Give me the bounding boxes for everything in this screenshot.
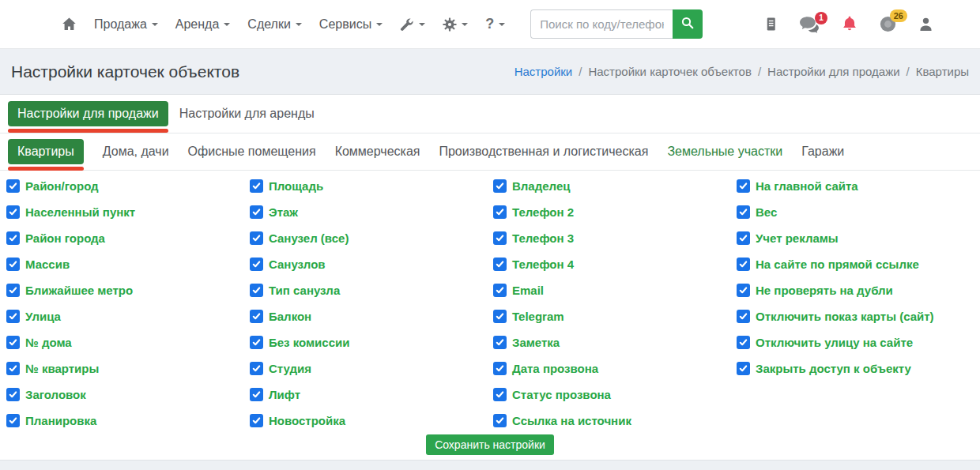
field-toggle[interactable]: Площадь [250,173,493,199]
field-toggle[interactable]: Отключить улицу на сайте [737,329,980,355]
checkbox-checked-icon[interactable] [250,414,263,427]
journal-icon[interactable] [763,16,778,32]
checkbox-checked-icon[interactable] [493,310,507,323]
checkbox-checked-icon[interactable] [6,362,20,375]
checkbox-checked-icon[interactable] [493,231,507,245]
checkbox-checked-icon[interactable] [250,284,263,297]
field-toggle[interactable]: Без комиссии [250,329,493,355]
field-toggle[interactable]: Район города [6,225,250,251]
tab-secondary-2[interactable]: Офисные помещения [188,145,316,159]
checkbox-checked-icon[interactable] [250,362,263,375]
checkbox-checked-icon[interactable] [250,336,263,349]
tab-primary-1[interactable]: Настройки для аренды [179,107,315,121]
field-toggle[interactable]: Санузел (все) [250,225,493,251]
checkbox-checked-icon[interactable] [6,310,20,323]
field-toggle[interactable]: Учет рекламы [737,225,980,251]
checkbox-checked-icon[interactable] [737,310,750,323]
checkbox-checked-icon[interactable] [6,205,20,219]
field-toggle[interactable]: Не проверять на дубли [737,277,980,303]
checkbox-checked-icon[interactable] [737,258,750,271]
checkbox-checked-icon[interactable] [493,388,507,401]
checkbox-checked-icon[interactable] [737,179,750,193]
checkbox-checked-icon[interactable] [6,231,20,245]
checkbox-checked-icon[interactable] [250,205,263,219]
field-toggle[interactable]: Статус прозвона [493,382,737,408]
field-toggle[interactable]: Массив [6,251,250,277]
bell-icon[interactable] [841,15,858,34]
home-icon[interactable] [62,17,77,32]
field-toggle[interactable]: Улица [6,303,250,329]
wrench-menu[interactable] [400,17,425,32]
field-toggle[interactable]: Владелец [493,173,737,199]
checkbox-checked-icon[interactable] [493,336,507,349]
search-input[interactable] [530,9,673,39]
checkbox-checked-icon[interactable] [493,362,507,375]
field-toggle[interactable]: На главной сайта [737,173,980,199]
field-toggle[interactable]: Отключить показ карты (сайт) [737,303,980,329]
tab-secondary-4[interactable]: Производственная и логистическая [439,145,648,159]
field-toggle[interactable]: Планировка [6,408,250,434]
checkbox-checked-icon[interactable] [6,388,20,401]
checkbox-checked-icon[interactable] [6,284,20,297]
field-toggle[interactable]: Район/город [6,173,250,199]
checkbox-checked-icon[interactable] [6,179,20,193]
checkbox-checked-icon[interactable] [737,284,750,297]
search-button[interactable] [673,9,703,39]
nav-menu-item-1[interactable]: Аренда [175,17,231,32]
checkbox-checked-icon[interactable] [493,205,507,219]
field-toggle[interactable]: Закрыть доступ к объекту [737,355,980,382]
tab-secondary-5[interactable]: Земельные участки [667,145,782,159]
checkbox-checked-icon[interactable] [493,179,507,193]
checkbox-checked-icon[interactable] [6,336,20,349]
field-toggle[interactable]: Лифт [250,382,493,408]
tab-secondary-1[interactable]: Дома, дачи [103,145,169,159]
field-toggle[interactable]: № дома [6,329,250,355]
checkbox-checked-icon[interactable] [250,231,263,245]
field-toggle[interactable]: Балкон [250,303,493,329]
field-toggle[interactable]: Email [493,277,737,303]
user-icon[interactable] [918,16,934,32]
field-toggle[interactable]: Заметка [493,329,737,355]
checkbox-checked-icon[interactable] [737,362,750,375]
tab-secondary-6[interactable]: Гаражи [801,145,844,159]
field-toggle[interactable]: Дата прозвона [493,355,737,382]
checkbox-checked-icon[interactable] [250,388,263,401]
checkbox-checked-icon[interactable] [737,231,750,245]
checkbox-checked-icon[interactable] [250,310,263,323]
settings-menu[interactable] [443,17,468,32]
field-toggle[interactable]: Новостройка [250,408,493,434]
field-toggle[interactable]: Санузлов [250,251,493,277]
save-settings-button[interactable]: Сохранить настройки [426,434,554,455]
field-toggle[interactable]: Тип санузла [250,277,493,303]
tab-secondary-0[interactable]: Квартиры [8,139,84,164]
field-toggle[interactable]: Этаж [250,199,493,225]
nav-menu-item-0[interactable]: Продажа [94,17,158,32]
breadcrumb-item[interactable]: Настройки [514,65,573,78]
field-toggle[interactable]: Заголовок [6,382,250,408]
checkbox-checked-icon[interactable] [250,179,263,193]
checkbox-checked-icon[interactable] [493,414,507,427]
field-toggle[interactable]: Ближайшее метро [6,277,250,303]
nav-menu-item-2[interactable]: Сделки [247,17,302,32]
checkbox-checked-icon[interactable] [250,258,263,271]
tab-primary-0[interactable]: Настройки для продажи [8,101,168,126]
field-toggle[interactable]: Вес [737,199,980,225]
field-toggle[interactable]: Телефон 4 [493,251,737,277]
coins-icon[interactable]: 26 [879,15,897,33]
checkbox-checked-icon[interactable] [737,205,750,219]
help-menu[interactable]: ? [485,16,505,32]
field-toggle[interactable]: Телефон 3 [493,225,737,251]
field-toggle[interactable]: № квартиры [6,355,250,382]
checkbox-checked-icon[interactable] [6,414,20,427]
field-toggle[interactable]: Telegram [493,303,737,329]
checkbox-checked-icon[interactable] [493,284,507,297]
field-toggle[interactable]: На сайте по прямой ссылке [737,251,980,277]
field-toggle[interactable]: Населенный пункт [6,199,250,225]
nav-menu-item-3[interactable]: Сервисы [319,17,383,32]
checkbox-checked-icon[interactable] [737,336,750,349]
field-toggle[interactable]: Ссылка на источник [493,408,737,434]
field-toggle[interactable]: Телефон 2 [493,199,737,225]
tab-secondary-3[interactable]: Коммерческая [335,145,420,159]
checkbox-checked-icon[interactable] [493,258,507,271]
chat-icon[interactable]: 1 [799,16,820,33]
